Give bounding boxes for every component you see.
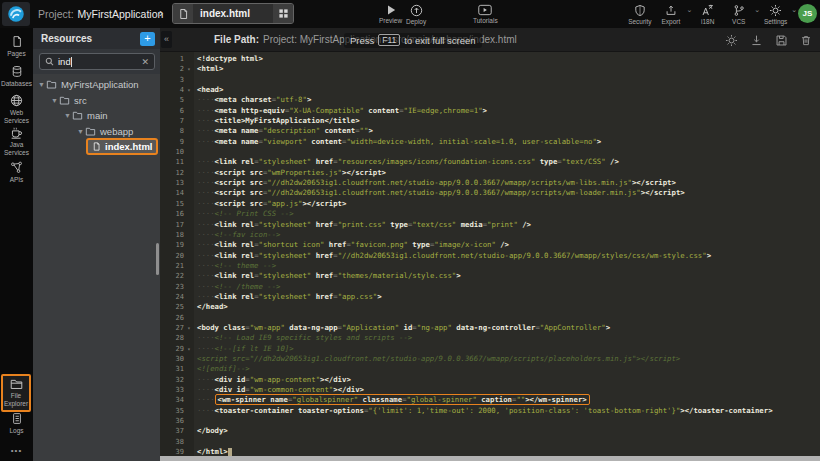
fullscreen-notification: Press F11 to exit full screen [344,33,482,48]
gear-icon[interactable] [725,34,738,47]
folder-icon [10,378,23,390]
logs-icon [11,412,23,425]
code-line: 6····<meta http-equiv="X-UA-Compatible" … [160,106,820,116]
export-icon [665,4,677,17]
tree-item-src[interactable]: ▼ src [33,93,160,109]
code-line: 20····<link rel="stylesheet" href="//dh2… [160,251,820,261]
code-line: 13····<script src="//dh2dw20653ig1.cloud… [160,178,820,188]
wavemaker-logo[interactable] [2,2,30,26]
code-line: 27▾<body class="wm-app" data-ng-app="App… [160,323,820,333]
branch-icon [733,4,745,17]
add-resource-button[interactable]: + [140,32,155,46]
file-icon [92,141,101,152]
horizontal-scrollbar[interactable] [160,456,820,461]
code-line: 18····<!--fav icon--> [160,230,820,240]
line-number: 2 [160,64,184,74]
line-number: 20 [160,251,184,261]
tree-item-webapp[interactable]: ▼ webapp [33,124,160,140]
code-line: 21····<!-- theme --> [160,261,820,271]
folder-icon [72,111,83,120]
panel-scrollbar[interactable] [156,243,159,275]
settings-button[interactable]: Settings [760,2,791,26]
line-number: 28 [160,333,184,343]
selected-file-highlight: index.html [86,138,158,155]
tab-index-html[interactable]: index.html [172,3,294,24]
download-icon[interactable] [750,34,763,47]
code-line: 15····<script src="app.js"></script> [160,199,820,209]
line-number: 39 [160,447,184,456]
api-icon [10,161,23,174]
line-number: 14 [160,188,184,198]
caret-down-icon[interactable]: ▼ [37,81,46,88]
line-number: 26 [160,313,184,323]
line-number: 5 [160,95,184,105]
resources-header: Resources + [33,28,160,49]
search-input[interactable]: ind ✕ [39,53,155,70]
code-line: 19····<link rel="shortcut icon" href="fa… [160,240,820,250]
code-line: 8····<meta name="description" content=""… [160,126,820,136]
line-number: 15 [160,199,184,209]
line-number: 37 [160,426,184,436]
sidebar-item-databases[interactable]: Databases [0,65,33,88]
deploy-button[interactable]: Deploy [406,2,426,26]
code-line: 31<![endif]--> [160,364,820,374]
tutorials-button[interactable]: Tutorials [473,2,498,26]
sidebar-item-web-services[interactable]: Web Services [0,94,33,124]
deploy-icon [410,4,423,17]
collapse-panel-button[interactable]: « [161,31,172,48]
code-line: 3 [160,75,820,85]
code-area[interactable]: 1<!doctype html>2▾<html>34▾<head>5····<m… [160,52,820,456]
sidebar-item-java-services[interactable]: Java Services [0,126,33,156]
code-line: 2▾<html> [160,64,820,74]
folder-icon [46,80,57,89]
caret-down-icon[interactable]: ▼ [50,97,59,104]
clear-search-button[interactable]: ✕ [141,57,149,67]
security-button[interactable]: Security [624,2,655,26]
tree-item-main[interactable]: ▼ main [33,108,160,124]
resources-panel: Resources + ind ✕ ▼ MyFirstApplication ▼… [33,28,160,461]
user-avatar[interactable]: JS [798,4,817,23]
export-button[interactable]: Export [655,2,686,26]
code-line: 39</html> [160,447,820,456]
code-line: 17····<link rel="stylesheet" href="print… [160,220,820,230]
more-options-button[interactable]: ••• [0,446,33,455]
code-line: 30<script src="//dh2dw20653ig1.cloudfron… [160,354,820,364]
line-number: 34 [160,395,184,405]
vcs-button[interactable]: VCS [723,2,754,26]
left-sidebar: Pages Databases Web Services Java Servic… [0,28,33,461]
line-number: 22 [160,271,184,281]
search-icon [45,57,54,66]
chevron-down-icon[interactable]: ⌄ [791,6,797,14]
code-line: 10 [160,147,820,157]
caret-down-icon[interactable]: ▼ [63,112,72,119]
line-number: 8 [160,126,184,136]
video-icon [478,4,492,16]
line-number: 32 [160,375,184,385]
play-icon [385,4,397,16]
code-line: 16····<!-- Print CSS --> [160,209,820,219]
save-icon[interactable] [775,34,788,47]
line-number: 35 [160,406,184,416]
grid-icon[interactable] [273,4,293,23]
line-number: 18 [160,230,184,240]
tree-item-myfirstapplication[interactable]: ▼ MyFirstApplication [33,77,160,93]
i18n-button[interactable]: i18N [692,2,723,26]
code-line: 11····<link rel="stylesheet" href="resou… [160,157,820,167]
sidebar-item-logs[interactable]: Logs [0,412,33,435]
folder-icon [59,96,70,105]
preview-button[interactable]: Preview [379,2,402,26]
search-value: ind [58,56,141,67]
line-number: 6 [160,106,184,116]
sidebar-item-apis[interactable]: APIs [0,161,33,184]
tree-item-index-html[interactable]: index.html [33,139,160,155]
line-number: 9 [160,137,184,147]
line-number: 17 [160,220,184,230]
sidebar-item-file-explorer[interactable]: File Explorer [1,374,31,412]
code-line: 14····<script src="//dh2dw20653ig1.cloud… [160,188,820,198]
editor-cursor [228,448,232,456]
caret-down-icon[interactable]: ▼ [76,128,85,135]
file-path-bar: « File Path:Project: MyFirstApplication … [160,28,820,52]
trash-icon[interactable] [800,34,812,47]
sidebar-item-pages[interactable]: Pages [0,35,33,58]
line-number: 7 [160,116,184,126]
